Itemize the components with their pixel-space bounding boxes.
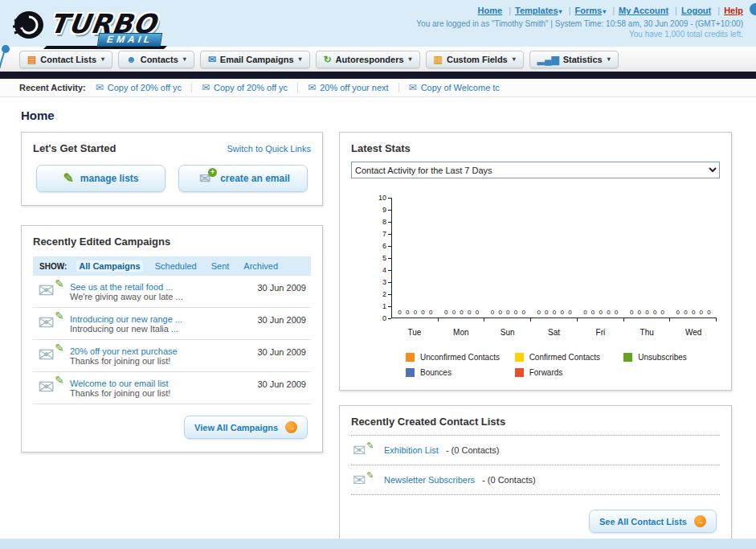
legend-item: Confirmed Contacts [515, 353, 621, 362]
contact-lists-icon: ▤ [27, 55, 36, 64]
recent-activity-bar: Recent Activity: ✉ Copy of 20% off yc ✉ … [0, 79, 756, 97]
arrow-right-icon: → [285, 421, 297, 433]
chart-day-column: 0 0 0 0 0 [670, 198, 717, 318]
tab-autoresponders[interactable]: ↻ Autoresponders ▾ [316, 51, 420, 68]
top-link-help[interactable]: Help [724, 6, 743, 15]
chart-day-column: 0 0 0 0 0 [531, 198, 578, 318]
main-nav: ▤ Contact Lists ▾ ☻ Contacts ▾ ✉ Email C… [0, 47, 756, 72]
legend-swatch-forwards [515, 368, 524, 377]
campaign-title-link[interactable]: 20% off your next purchase [70, 346, 249, 356]
arrow-right-icon: → [694, 515, 706, 527]
screen-annotation-dot [750, 3, 756, 15]
tab-label: Statistics [563, 55, 603, 64]
top-link-templates[interactable]: Templates [515, 6, 558, 15]
recent-activity-link[interactable]: Copy of 20% off yc [108, 83, 182, 92]
view-all-campaigns-label: View All Campaigns [194, 423, 278, 432]
contact-list-item: ✉✎ Newsletter Subscribers - (0 Contacts) [351, 465, 720, 495]
envelope-icon: ✉ [202, 83, 210, 92]
envelope-icon: ✉ [96, 83, 104, 92]
recent-activity-item: ✉ 20% off your next [297, 83, 388, 92]
login-info: You are logged in as "Timothy Smith" | S… [416, 19, 743, 28]
chevron-down-icon: ▾ [299, 55, 302, 63]
campaign-date: 30 Jun 2009 [257, 379, 306, 389]
chart-plot-area: 0 0 0 0 0 0 0 0 0 0 0 0 0 0 0 0 0 0 0 0 … [391, 198, 717, 318]
tab-custom-fields[interactable]: ▥ Custom Fields ▾ [426, 51, 524, 68]
chart-day-column: 0 0 0 0 0 [439, 198, 485, 318]
chart-day-column: 0 0 0 0 0 [578, 198, 624, 318]
view-all-campaigns-button[interactable]: View All Campaigns → [184, 416, 308, 439]
recent-activity-item: ✉ Copy of 20% off yc [96, 83, 182, 92]
recent-activity-item: ✉ Copy of 20% off yc [191, 83, 288, 92]
top-link-forms[interactable]: Forms [575, 6, 603, 15]
tab-contact-lists[interactable]: ▤ Contact Lists ▾ [19, 51, 112, 68]
page-title: Home [21, 109, 732, 122]
autoresponder-icon: ↻ [324, 55, 332, 64]
edit-campaign-icon: ✉✎ [38, 346, 62, 364]
campaign-date: 30 Jun 2009 [257, 315, 306, 325]
contact-list-link[interactable]: Newsletter Subscribers [384, 475, 475, 485]
nav-divider-bar [0, 72, 756, 79]
campaign-row: ✉✎ Introducing our new range ... Introdu… [33, 308, 311, 340]
see-all-contact-lists-button[interactable]: See All Contact Lists → [589, 510, 717, 533]
get-started-title: Let's Get Started [33, 142, 116, 154]
top-nav: Home Templates▾ Forms▾ My Account Logout… [416, 6, 743, 15]
edit-campaign-icon: ✉✎ [38, 379, 62, 396]
edit-campaign-icon: ✉✎ [38, 282, 62, 300]
top-link-home[interactable]: Home [478, 6, 503, 15]
recent-activity-link[interactable]: Copy of Welcome tc [421, 83, 500, 92]
edit-list-icon: ✉✎ [353, 444, 372, 457]
see-all-contact-lists-label: See All Contact Lists [599, 517, 687, 526]
campaigns-filter-bar: SHOW: All Campaigns Scheduled Sent Archi… [33, 256, 311, 276]
recent-activity-link[interactable]: Copy of 20% off yc [214, 83, 288, 92]
chevron-down-icon: ▾ [101, 55, 104, 63]
campaign-title-link[interactable]: See us at the retail food ... [70, 282, 249, 292]
legend-swatch-unconfirmed [406, 353, 415, 362]
person-icon: ☻ [126, 55, 137, 64]
show-label: SHOW: [39, 262, 67, 271]
tab-email-campaigns[interactable]: ✉ Email Campaigns ▾ [200, 51, 310, 68]
tab-label: Contacts [141, 55, 178, 64]
contact-lists-title: Recently Created Contact Lists [351, 416, 505, 428]
campaign-title-link[interactable]: Introducing our new range ... [70, 314, 249, 324]
recent-activity-link[interactable]: 20% off your next [320, 83, 388, 92]
campaign-title-link[interactable]: Welcome to our email list [70, 379, 249, 388]
manage-lists-button[interactable]: ✎ manage lists [36, 165, 166, 192]
tab-statistics[interactable]: ▂▄▆ Statistics ▾ [529, 51, 619, 68]
filter-scheduled[interactable]: Scheduled [153, 260, 199, 272]
filter-all-campaigns[interactable]: All Campaigns [76, 260, 142, 272]
filter-sent[interactable]: Sent [209, 260, 232, 272]
pencil-icon: ✎ [63, 172, 73, 185]
chevron-down-icon: ▾ [603, 8, 606, 15]
header: TURBO EMAIL Home Templates▾ Forms▾ My Ac… [0, 0, 756, 47]
stats-range-select[interactable]: Contact Activity for the Last 7 Days [351, 162, 720, 178]
chart-y-axis: 10 9 8 7 6 5 4 3 2 1 0 [374, 194, 391, 322]
chart-day-column: 0 0 0 0 0 [392, 198, 439, 318]
campaign-row: ✉✎ See us at the retail food ... We're g… [33, 276, 311, 308]
campaign-date: 30 Jun 2009 [257, 283, 306, 293]
logo-subtext: EMAIL [96, 33, 162, 47]
edit-list-icon: ✉✎ [353, 473, 372, 486]
create-email-button[interactable]: ✉ + create an email [178, 165, 308, 192]
filter-archived[interactable]: Archived [241, 260, 280, 272]
top-link-my-account[interactable]: My Account [619, 6, 668, 15]
legend-swatch-confirmed [515, 353, 524, 362]
credits-info: You have 1,000 total credits left. [416, 30, 743, 39]
turbo-swirl-icon [11, 9, 45, 41]
chart-day-column: 0 0 0 0 0 [624, 198, 671, 318]
main-content: Home Let's Get Started Switch to Quick L… [0, 97, 756, 539]
chart-day-column: 0 0 0 0 0 [484, 198, 531, 318]
switch-quick-links-link[interactable]: Switch to Quick Links [227, 144, 311, 154]
latest-stats-title: Latest Stats [351, 142, 411, 154]
contact-list-count: - (0 Contacts) [446, 445, 500, 455]
tab-contacts[interactable]: ☻ Contacts ▾ [118, 51, 194, 68]
envelope-icon: ✉ [208, 55, 216, 64]
chevron-down-icon: ▾ [513, 55, 516, 63]
chart-legend: Unconfirmed Contacts Confirmed Contacts … [406, 353, 712, 377]
chevron-down-icon: ▾ [183, 55, 186, 63]
turbo-email-logo[interactable]: TURBO EMAIL [10, 3, 157, 47]
recent-activity-item: ✉ Copy of Welcome tc [398, 83, 500, 92]
contact-list-link[interactable]: Exhibition List [384, 445, 439, 455]
contact-lists-panel: Recently Created Contact Lists ✉✎ Exhibi… [339, 405, 732, 539]
top-link-logout[interactable]: Logout [681, 6, 711, 15]
campaign-row: ✉✎ 20% off your next purchase Thanks for… [33, 340, 311, 372]
